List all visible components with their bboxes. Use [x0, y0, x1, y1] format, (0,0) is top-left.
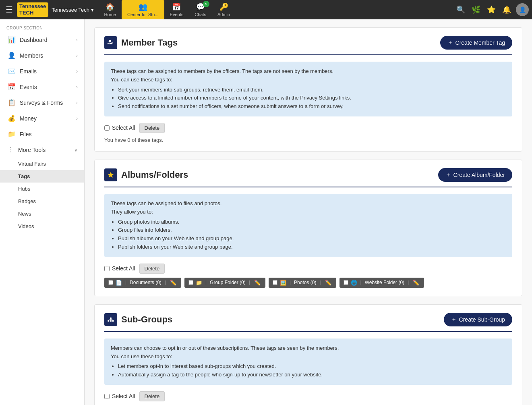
albums-info-list: Group photos into albums. Group files in… [118, 218, 506, 251]
folder-tag-documents-edit-button[interactable]: ✏️ [169, 280, 177, 286]
plus-icon-albums: ＋ [445, 171, 451, 179]
folder-tag-website-checkbox[interactable] [344, 280, 348, 285]
plus-icon-subgroups: ＋ [451, 316, 457, 323]
folder-tag-photos-edit-button[interactable]: ✏️ [324, 280, 332, 286]
member-tags-title-text: Member Tags [121, 37, 178, 48]
folder-tag-documents[interactable]: 📄 | Documents (0) | ✏️ [104, 278, 181, 288]
sidebar-sub-item-virtual-fairs[interactable]: Virtual Fairs [0, 158, 84, 170]
albums-bullet-1: Group photos into albums. [118, 218, 506, 226]
sub-groups-select-all-label[interactable]: Select All [104, 393, 135, 399]
folder-tag-documents-checkbox[interactable] [108, 280, 113, 285]
sidebar-sub-item-videos[interactable]: Videos [0, 220, 84, 233]
sidebar-item-events[interactable]: 📅 Events › [0, 79, 84, 95]
document-icon: 📄 [116, 280, 122, 286]
sidebar-item-dashboard[interactable]: 📊 Dashboard › [0, 32, 84, 48]
chevron-right-icon: › [76, 37, 78, 43]
albums-select-all-label[interactable]: Select All [104, 265, 135, 272]
sidebar-sub-item-hubs[interactable]: Hubs [0, 183, 84, 195]
member-tags-select-row: Select All Delete [104, 123, 512, 133]
search-icon[interactable]: 🔍 [455, 4, 467, 16]
svg-rect-5 [110, 318, 112, 319]
sidebar-item-surveys[interactable]: 📋 Surveys & Forms › [0, 95, 84, 110]
nav-item-admin[interactable]: 🔑 Admin [212, 0, 236, 19]
albums-select-all-checkbox[interactable] [104, 266, 110, 271]
hamburger-menu-button[interactable]: ☰ [3, 2, 15, 17]
create-album-folder-label: Create Album/Folder [453, 172, 505, 178]
svg-point-0 [109, 40, 111, 42]
member-tags-delete-button[interactable]: Delete [139, 123, 165, 133]
sub-groups-info-text: Members can choose to opt in or out of t… [111, 344, 506, 353]
member-tags-info-text: These tags can be assigned to members by… [111, 67, 506, 76]
member-tags-info-box: These tags can be assigned to members by… [104, 62, 512, 116]
sidebar-item-events-label: Events [20, 84, 37, 90]
sidebar-more-tools-label: More Tools [18, 147, 46, 153]
folder-tag-group-folder-checkbox[interactable] [188, 280, 193, 285]
home-icon: 🏠 [106, 2, 114, 11]
chevron-right-icon: › [76, 100, 78, 106]
files-icon: 📁 [8, 130, 16, 138]
nav-items-container: 🏠 Home 👥 Center for Stu... 📅 Events 9 💬 … [99, 0, 453, 19]
folder-icon: 📁 [196, 280, 202, 286]
money-icon: 💰 [8, 114, 16, 122]
nav-item-center-label: Center for Stu... [127, 12, 159, 17]
sidebar-item-files[interactable]: 📁 Files [0, 126, 84, 142]
group-icon: 👥 [139, 2, 147, 11]
nav-item-chats[interactable]: 9 💬 Chats [189, 0, 212, 19]
sub-groups-header: Sub-Groups ＋ Create Sub-Group [104, 313, 512, 332]
create-sub-group-button[interactable]: ＋ Create Sub-Group [444, 313, 512, 326]
key-icon: 🔑 [219, 2, 228, 11]
org-name-label[interactable]: Tennessee Tech ▾ [52, 7, 93, 13]
nav-item-center[interactable]: 👥 Center for Stu... [122, 0, 164, 19]
albums-info-text: These tags can be assigned to files and … [111, 199, 506, 208]
folder-tag-photos-label: Photos (0) [294, 280, 316, 285]
folder-tag-group-edit-button[interactable]: ✏️ [253, 280, 261, 286]
folder-tag-website-label: Website Folder (0) [365, 280, 404, 285]
logo-text: Tennessee TECH [19, 3, 46, 16]
events-icon: 📅 [8, 83, 16, 91]
member-tags-bullet-1: Sort your members into sub-groups, retri… [118, 86, 506, 94]
chevron-right-icon: › [76, 53, 78, 58]
sub-groups-select-all-checkbox[interactable] [104, 394, 110, 399]
member-tags-select-all-checkbox[interactable] [104, 125, 110, 131]
albums-folders-header: Albums/Folders ＋ Create Album/Folder [104, 168, 512, 187]
albums-folders-section: Albums/Folders ＋ Create Album/Folder The… [94, 160, 522, 296]
folder-tag-website[interactable]: 🌐 | Website Folder (0) | ✏️ [339, 278, 424, 288]
folder-tag-group-folder[interactable]: 📁 | Group Folder (0) | ✏️ [184, 278, 265, 288]
sub-groups-info-list: Let members opt-in to interest based sub… [118, 362, 506, 379]
leaf-icon[interactable]: 🌿 [470, 4, 482, 16]
sidebar-item-emails[interactable]: ✉️ Emails › [0, 63, 84, 79]
sidebar-item-dashboard-label: Dashboard [20, 37, 48, 43]
sidebar-sub-item-tags[interactable]: Tags [0, 170, 84, 183]
albums-folders-icon [104, 168, 117, 181]
member-tags-empty-text: You have 0 of these tags. [104, 137, 512, 143]
albums-info-box: These tags can be assigned to files and … [104, 194, 512, 257]
albums-delete-button[interactable]: Delete [139, 264, 165, 274]
calendar-icon: 📅 [172, 2, 181, 11]
sidebar-sub-item-badges[interactable]: Badges [0, 195, 84, 208]
folder-tag-photos-checkbox[interactable] [273, 280, 277, 285]
albums-bullet-4: Publish folders on your Web site and gro… [118, 243, 506, 251]
star-icon[interactable]: ⭐ [485, 4, 497, 16]
photos-icon: 🖼️ [280, 280, 286, 286]
dashboard-icon: 📊 [8, 36, 16, 44]
sub-groups-title-text: Sub-Groups [121, 314, 172, 325]
sidebar-sub-item-news[interactable]: News [0, 208, 84, 220]
sidebar-item-money[interactable]: 💰 Money › [0, 110, 84, 126]
nav-item-home[interactable]: 🏠 Home [99, 0, 122, 19]
member-tags-select-all-label[interactable]: Select All [104, 125, 135, 131]
folder-tag-group-label: Group Folder (0) [210, 280, 246, 285]
user-avatar[interactable]: 👤 [516, 3, 529, 16]
sidebar-item-members[interactable]: 👤 Members › [0, 48, 84, 63]
chats-badge: 9 [203, 1, 209, 7]
bell-icon[interactable]: 🔔 [501, 4, 513, 16]
sub-groups-delete-button[interactable]: Delete [139, 391, 165, 401]
folder-tags-list: 📄 | Documents (0) | ✏️ 📁 | Group Folder … [104, 278, 512, 288]
create-album-folder-button[interactable]: ＋ Create Album/Folder [438, 168, 512, 182]
create-member-tag-button[interactable]: ＋ Create Member Tag [440, 36, 512, 50]
folder-tag-photos[interactable]: 🖼️ | Photos (0) | ✏️ [269, 278, 336, 288]
nav-item-admin-label: Admin [217, 12, 230, 17]
nav-item-events[interactable]: 📅 Events [164, 0, 189, 19]
folder-tag-website-edit-button[interactable]: ✏️ [412, 280, 420, 286]
sidebar-item-more-tools[interactable]: ⋮ More Tools ∨ [0, 142, 84, 158]
svg-marker-1 [108, 172, 114, 177]
